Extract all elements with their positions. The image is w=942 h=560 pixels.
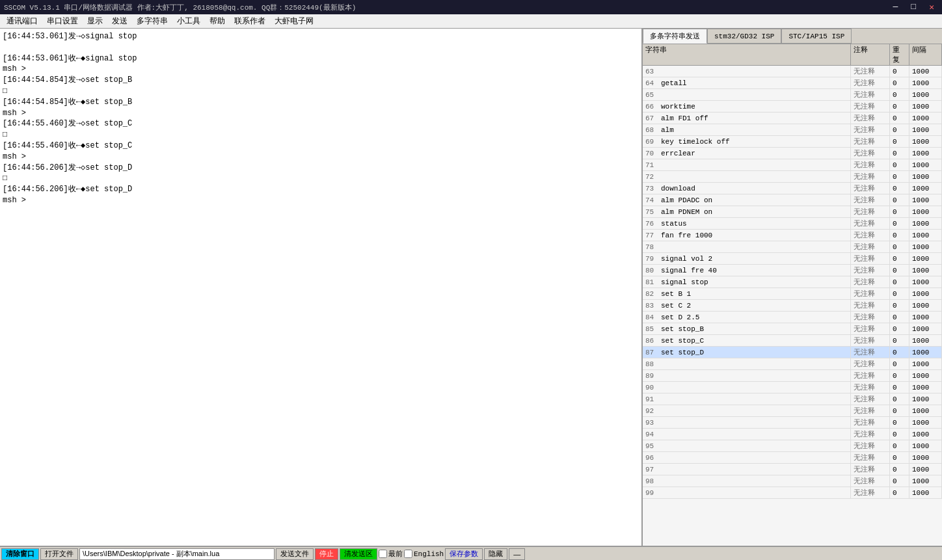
maximize-button[interactable]: □ (907, 2, 920, 12)
last-checkbox[interactable] (379, 550, 387, 558)
table-row[interactable]: 74alm PDADC on无注释01000 (643, 194, 942, 206)
terminal-line: [16:44:54.854]发→◇set stop_B (3, 75, 639, 86)
save-params-button[interactable]: 保存参数 (445, 548, 483, 560)
right-panel: 多条字符串发送stm32/GD32 ISPSTC/IAP15 ISP 字符串 注… (643, 29, 942, 546)
right-tab-1[interactable]: stm32/GD32 ISP (707, 29, 781, 44)
table-row[interactable]: 90无注释01000 (643, 382, 942, 393)
table-row[interactable]: 92无注释01000 (643, 405, 942, 417)
hide-button[interactable]: 隐藏 (484, 548, 507, 560)
terminal-line: □ (3, 129, 639, 140)
row-cmd: 81signal stop (643, 276, 851, 287)
table-row[interactable]: 88无注释01000 (643, 358, 942, 370)
table-row[interactable]: 70errclear无注释01000 (643, 148, 942, 159)
row-comment: 无注释 (851, 230, 890, 241)
row-cmd: 96 (643, 452, 851, 463)
row-comment: 无注释 (851, 358, 890, 369)
row-comment: 无注释 (851, 475, 890, 487)
row-interval: 1000 (909, 487, 942, 498)
menu-item-串口设置[interactable]: 串口设置 (43, 14, 82, 28)
table-row[interactable]: 68alm无注释01000 (643, 124, 942, 136)
string-table[interactable]: 字符串 注释 重复 间隔 63无注释0100064getall无注释010006… (643, 44, 942, 546)
table-row[interactable]: 80signal fre 40无注释01000 (643, 265, 942, 276)
table-row[interactable]: 71无注释01000 (643, 159, 942, 171)
row-interval: 1000 (909, 66, 942, 77)
menu-item-通讯端口[interactable]: 通讯端口 (3, 14, 42, 28)
menu-item-联系作者[interactable]: 联系作者 (230, 14, 269, 28)
table-row[interactable]: 73download无注释01000 (643, 183, 942, 194)
table-row[interactable]: 91无注释01000 (643, 393, 942, 405)
table-row[interactable]: 84set D 2.5无注释01000 (643, 312, 942, 323)
row-repeat: 0 (890, 148, 909, 159)
menu-item-显示[interactable]: 显示 (83, 14, 107, 28)
table-row[interactable]: 95无注释01000 (643, 440, 942, 452)
row-interval: 1000 (909, 206, 942, 217)
table-row[interactable]: 85set stop_B无注释01000 (643, 323, 942, 335)
row-repeat: 0 (890, 241, 909, 252)
row-repeat: 0 (890, 393, 909, 405)
row-repeat: 0 (890, 323, 909, 334)
terminal-line: [16:44:53.061]收←◆signal stop (3, 53, 639, 64)
table-row[interactable]: 69key timelock off无注释01000 (643, 136, 942, 148)
row-interval: 1000 (909, 347, 942, 358)
menu-item-发送[interactable]: 发送 (108, 14, 131, 28)
table-row[interactable]: 89无注释01000 (643, 370, 942, 382)
table-row[interactable]: 72无注释01000 (643, 171, 942, 183)
terminal-output: [16:44:53.061]发→◇signal stop [16:44:53.0… (0, 29, 641, 546)
row-comment: 无注释 (851, 265, 890, 276)
table-row[interactable]: 97无注释01000 (643, 464, 942, 475)
english-checkbox-label[interactable]: English (404, 550, 444, 558)
open-file-button[interactable]: 打开文件 (40, 548, 78, 560)
table-row[interactable]: 63无注释01000 (643, 66, 942, 77)
table-row[interactable]: 77fan fre 1000无注释01000 (643, 230, 942, 241)
minus-button[interactable]: — (509, 548, 525, 560)
row-comment: 无注释 (851, 464, 890, 475)
main-layout: [16:44:53.061]发→◇signal stop [16:44:53.0… (0, 29, 942, 546)
table-row[interactable]: 64getall无注释01000 (643, 77, 942, 89)
table-row[interactable]: 94无注释01000 (643, 429, 942, 440)
row-comment: 无注释 (851, 440, 890, 451)
send-file-button[interactable]: 发送文件 (276, 548, 314, 560)
row-comment: 无注释 (851, 124, 890, 135)
clear-send-area-button[interactable]: 清发送区 (340, 548, 377, 560)
menu-item-小工具[interactable]: 小工具 (173, 14, 204, 28)
close-button[interactable]: ✕ (925, 2, 938, 12)
row-comment: 无注释 (851, 393, 890, 405)
table-row[interactable]: 65无注释01000 (643, 89, 942, 101)
last-checkbox-label[interactable]: 最前 (379, 549, 403, 559)
stop-button[interactable]: 停止 (315, 548, 338, 560)
row-repeat: 0 (890, 194, 909, 206)
english-checkbox[interactable] (404, 550, 412, 558)
menu-item-大虾电子网[interactable]: 大虾电子网 (271, 14, 317, 28)
table-row[interactable]: 66worktime无注释01000 (643, 101, 942, 113)
table-row[interactable]: 98无注释01000 (643, 475, 942, 487)
terminal-line: msh > (3, 195, 639, 206)
row-comment: 无注释 (851, 417, 890, 428)
table-row[interactable]: 67alm FD1 off无注释01000 (643, 113, 942, 124)
table-row[interactable]: 83set C 2无注释01000 (643, 300, 942, 312)
table-row[interactable]: 78无注释01000 (643, 241, 942, 253)
right-tab-2[interactable]: STC/IAP15 ISP (781, 29, 852, 44)
minimize-button[interactable]: — (889, 2, 902, 12)
right-tabs-bar: 多条字符串发送stm32/GD32 ISPSTC/IAP15 ISP (643, 29, 942, 44)
row-repeat: 0 (890, 230, 909, 241)
table-header: 字符串 注释 重复 间隔 (643, 44, 942, 66)
table-row[interactable]: 93无注释01000 (643, 417, 942, 429)
row-comment: 无注释 (851, 370, 890, 381)
table-row[interactable]: 87set stop_D无注释01000 (643, 347, 942, 358)
right-tab-0[interactable]: 多条字符串发送 (643, 29, 707, 44)
row-repeat: 0 (890, 475, 909, 487)
file-path-input[interactable]: \Users\IBM\Desktop\private - 副本\main.lua (79, 548, 275, 560)
table-row[interactable]: 86set stop_C无注释01000 (643, 335, 942, 347)
table-row[interactable]: 75alm PDNEM on无注释01000 (643, 206, 942, 218)
menu-item-多字符串[interactable]: 多字符串 (133, 14, 172, 28)
table-row[interactable]: 82set B 1无注释01000 (643, 288, 942, 300)
table-row[interactable]: 79signal vol 2无注释01000 (643, 253, 942, 265)
table-row[interactable]: 96无注释01000 (643, 452, 942, 464)
menu-item-帮助[interactable]: 帮助 (206, 14, 229, 28)
clear-window-button[interactable]: 清除窗口 (1, 548, 39, 560)
table-row[interactable]: 81signal stop无注释01000 (643, 276, 942, 288)
table-row[interactable]: 76status无注释01000 (643, 218, 942, 230)
row-comment: 无注释 (851, 183, 890, 194)
row-repeat: 0 (890, 265, 909, 276)
table-row[interactable]: 99无注释01000 (643, 487, 942, 499)
